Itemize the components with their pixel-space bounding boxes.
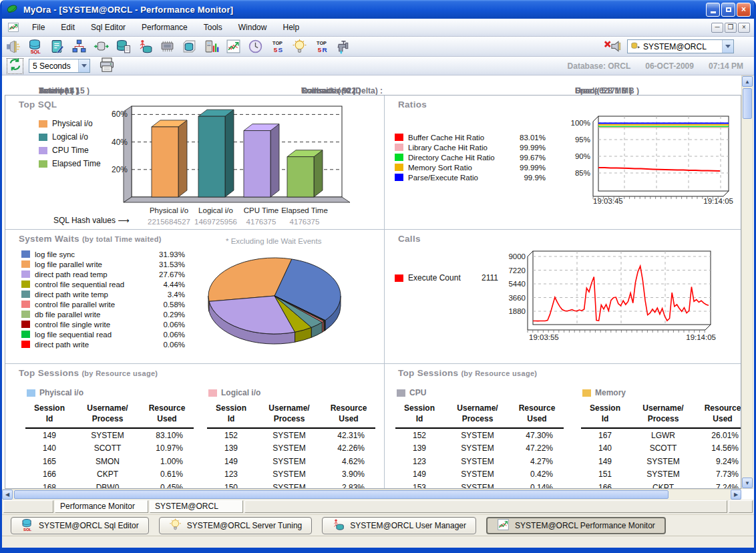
taskbar-button-0[interactable]: SQLSYSTEM@ORCL Sql Editor: [11, 517, 149, 534]
status-tab-row: Performance Monitor SYSTEM@ORCL: [2, 500, 754, 514]
tab-performance-monitor[interactable]: Performance Monitor: [55, 500, 148, 513]
svg-text:40%: 40%: [112, 138, 128, 147]
top-5-resources-icon[interactable]: TOP5R: [313, 38, 331, 55]
server-stats-icon[interactable]: [202, 38, 220, 55]
mdi-restore-button[interactable]: ❒: [725, 23, 737, 33]
system-waits-legend: log file sync31.93%log file parallel wri…: [21, 249, 185, 349]
table-row: 152SYSTEM42.31%: [207, 429, 375, 442]
legend-label: control file single write: [35, 321, 152, 329]
top-sessions-right-title: Top Sessions(by Resource usage): [398, 368, 537, 378]
user-manager-icon[interactable]: [136, 38, 154, 55]
memory-table: MemorySession IdUsername/ ProcessResourc…: [581, 388, 741, 489]
performance-monitor-icon[interactable]: [224, 38, 242, 55]
mdi-minimize-button[interactable]: ─: [711, 23, 723, 33]
top-sql-title: Top SQL: [19, 100, 57, 110]
svg-text:Physical i/o: Physical i/o: [150, 206, 188, 214]
export-icon[interactable]: [92, 38, 110, 55]
legend-swatch: [21, 301, 30, 308]
svg-text:TOP: TOP: [317, 40, 327, 46]
clock-icon[interactable]: [246, 38, 264, 55]
mdi-close-button[interactable]: ×: [738, 23, 750, 33]
calls-title: Calls: [398, 234, 421, 244]
svg-text:19:14:05: 19:14:05: [686, 333, 716, 341]
user-manager-icon: [332, 518, 345, 533]
taskbar-button-1[interactable]: SYSTEM@ORCL Server Tuning: [159, 517, 312, 534]
legend-swatch: [21, 341, 30, 348]
workspace: Sessions :Total ( 31 )Active ( 4 )Inacti…: [2, 75, 754, 500]
sql-editor-icon[interactable]: SQL: [26, 38, 44, 55]
disconnect-icon[interactable]: [603, 38, 621, 55]
legend-value: 0.06%: [152, 341, 185, 349]
maximize-button[interactable]: [721, 3, 735, 17]
svg-text:Logical i/o: Logical i/o: [198, 206, 233, 214]
menu-sql-editor[interactable]: Sql Editor: [83, 20, 134, 35]
vertical-scrollbar[interactable]: ▲ ▼: [741, 75, 753, 489]
schema-browser-icon[interactable]: [70, 38, 88, 55]
table-row: 165SMON1.00%: [25, 455, 194, 468]
legend-item: Buffer Cache Hit Ratio83.01%: [395, 132, 546, 142]
tab-system-orcl[interactable]: SYSTEM@ORCL: [150, 500, 243, 513]
close-button[interactable]: ×: [737, 3, 751, 17]
tip-icon[interactable]: [291, 38, 309, 55]
svg-text:90%: 90%: [575, 152, 590, 160]
legend-value: 99.9%: [514, 174, 546, 182]
table-row: 150SYSTEM2.83%: [207, 481, 375, 489]
table-row: 166CKPT0.61%: [25, 468, 194, 482]
legend-label: log file sequential read: [35, 331, 152, 339]
title-bar: MyOra - [SYSTEM@ORCL - Performance Monit…: [2, 0, 754, 19]
scroll-up-button[interactable]: ▲: [742, 76, 753, 87]
menu-file[interactable]: File: [24, 20, 53, 35]
legend-item: db file parallel write0.29%: [21, 309, 185, 319]
refresh-button[interactable]: [7, 58, 23, 74]
legend-item: log file sync31.93%: [21, 249, 185, 259]
refresh-interval-select[interactable]: 5 Seconds: [29, 59, 90, 73]
kill-session-icon[interactable]: [335, 38, 353, 55]
editor-icon[interactable]: [48, 38, 66, 55]
toolbar-right: SYSTEM@ORCL: [601, 38, 754, 55]
storage-icon[interactable]: [180, 38, 198, 55]
database-info-icon[interactable]: [114, 38, 132, 55]
vertical-scroll-thumb[interactable]: [743, 88, 752, 119]
top-5-sql-icon[interactable]: TOP5S: [268, 38, 287, 55]
connection-select[interactable]: SYSTEM@ORCL: [627, 39, 734, 53]
scroll-left-button[interactable]: ◀: [2, 490, 13, 500]
scroll-right-button[interactable]: ▶: [731, 490, 741, 500]
app-window: MyOra - [SYSTEM@ORCL - Performance Monit…: [0, 0, 756, 553]
taskbar-button-2[interactable]: SYSTEM@ORCL User Manager: [322, 517, 476, 534]
connect-icon[interactable]: [4, 38, 22, 55]
interval-dropdown-arrow-icon[interactable]: [78, 59, 89, 72]
taskbar-button-3[interactable]: SYSTEM@ORCL Performance Monitor: [486, 517, 666, 534]
table-row: 166CKPT7.24%: [581, 481, 741, 489]
menu-bar: File Edit Sql Editor Performance Tools W…: [2, 19, 754, 37]
refresh-bar: 5 Seconds Database: ORCL 06-OCT-2009 07:…: [2, 57, 754, 75]
menu-help[interactable]: Help: [274, 20, 307, 35]
menu-tools[interactable]: Tools: [196, 20, 230, 35]
panel-calls: Calls Execute Count2111 9000722054403660…: [385, 230, 741, 364]
menu-performance[interactable]: Performance: [134, 20, 196, 35]
legend-swatch: [39, 120, 47, 128]
legend-label: Execute Count: [408, 273, 471, 283]
legend-label: control file sequential read: [35, 281, 152, 289]
svg-text:19:03:55: 19:03:55: [529, 333, 559, 341]
svg-text:85%: 85%: [575, 169, 590, 177]
legend-item: control file sequential read4.44%: [21, 279, 185, 289]
table-row: 167LGWR26.01%: [581, 429, 741, 442]
legend-item: control file parallel write0.58%: [21, 299, 185, 309]
legend-swatch: [21, 281, 30, 288]
print-button[interactable]: [98, 58, 116, 74]
taskbar-button-label: SYSTEM@ORCL Sql Editor: [39, 521, 139, 530]
legend-label: control file parallel write: [35, 301, 152, 309]
legend-value: 99.99%: [514, 164, 546, 172]
menu-window[interactable]: Window: [230, 20, 275, 35]
horizontal-scrollbar[interactable]: ◀ ▶: [2, 489, 741, 500]
scroll-down-button[interactable]: ▼: [742, 478, 753, 488]
minimize-button[interactable]: [706, 3, 720, 17]
horizontal-scroll-thumb[interactable]: [14, 490, 669, 499]
sql-hash-axis-note: SQL Hash values ⟶: [53, 216, 129, 225]
legend-item: direct path write temp3.4%: [21, 289, 185, 299]
menu-edit[interactable]: Edit: [53, 20, 83, 35]
memory-icon[interactable]: [158, 38, 176, 55]
connection-dropdown-arrow-icon[interactable]: [722, 40, 733, 53]
panel-top-sql: Top SQL Physical i/o50.99%Logical i/o58.…: [5, 96, 385, 230]
svg-text:3660: 3660: [508, 294, 526, 302]
